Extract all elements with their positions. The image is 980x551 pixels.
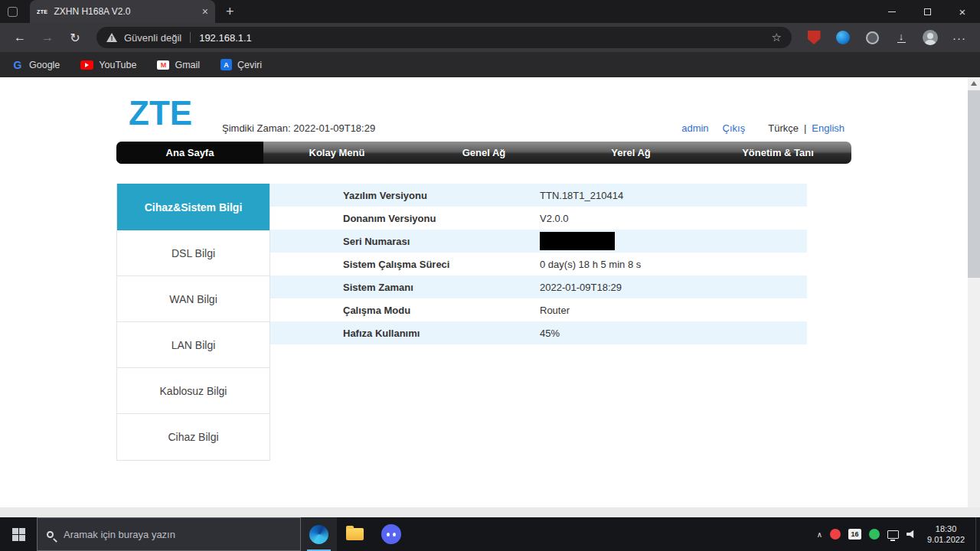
info-label: Sistem Çalışma Süreci: [270, 259, 540, 270]
info-label: Hafıza Kullanımı: [270, 328, 540, 339]
sidebar-item-wan-bilgi[interactable]: WAN Bilgi: [117, 276, 270, 322]
tray-chevron-icon[interactable]: ∧: [817, 530, 822, 539]
youtube-icon: [80, 60, 93, 70]
blue-circle-icon: [836, 31, 850, 44]
close-window-button[interactable]: ×: [945, 0, 980, 23]
sidebar-item-lan-bilgi[interactable]: LAN Bilgi: [117, 322, 270, 368]
network-icon[interactable]: [887, 530, 899, 539]
misc-extension-icon[interactable]: [860, 26, 884, 49]
back-button[interactable]: ←: [6, 26, 34, 49]
nav-item-genel-ag[interactable]: Genel Ağ: [410, 142, 557, 164]
tray-discord-badge-icon[interactable]: [830, 529, 841, 540]
new-tab-button[interactable]: +: [226, 5, 234, 18]
tab-activity-icon[interactable]: [8, 7, 18, 17]
windows-logo-icon: [12, 528, 25, 541]
browser-toolbar: ← → ↻ ! Güvenli değil 192.168.1.1 ☆ ↓ ··…: [0, 23, 980, 52]
info-value: Router: [540, 305, 570, 316]
main-nav: Ana Sayfa Kolay Menü Genel Ağ Yerel Ağ Y…: [116, 142, 851, 164]
info-value: 0 day(s) 18 h 5 min 8 s: [540, 259, 641, 270]
language-current: Türkçe: [768, 122, 799, 134]
address-bar[interactable]: ! Güvenli değil 192.168.1.1 ☆: [96, 27, 792, 48]
bookmark-label: Çeviri: [237, 60, 262, 70]
logout-link[interactable]: Çıkış: [723, 122, 746, 134]
header-links: admin Çıkış Türkçe | English: [681, 122, 844, 134]
info-value: 45%: [540, 328, 560, 339]
nav-item-kolay-menu[interactable]: Kolay Menü: [263, 142, 410, 164]
up-triangle-icon: [971, 81, 977, 86]
nav-item-ana-sayfa[interactable]: Ana Sayfa: [116, 142, 263, 164]
maximize-button[interactable]: [910, 0, 945, 23]
table-row: Yazılım Versiyonu TTN.18T1_210414: [270, 184, 807, 207]
scrollbar-up-arrow[interactable]: [968, 77, 980, 90]
volume-icon[interactable]: [906, 530, 916, 539]
bookmark-gmail[interactable]: M Gmail: [157, 60, 200, 70]
tray-antivirus-icon[interactable]: [869, 529, 880, 540]
start-button[interactable]: [0, 517, 37, 551]
edge-icon: [309, 525, 328, 544]
info-value: 2022-01-09T18:29: [540, 282, 622, 293]
bookmark-youtube[interactable]: YouTube: [80, 60, 136, 70]
sidebar: Cihaz&Sistem Bilgi DSL Bilgi WAN Bilgi L…: [116, 184, 270, 461]
taskbar-discord-icon[interactable]: [373, 517, 409, 551]
language-english-link[interactable]: English: [812, 122, 844, 134]
tab-close-icon[interactable]: ×: [202, 5, 208, 18]
zte-favicon: ZTE: [37, 9, 47, 15]
table-row: Sistem Çalışma Süreci 0 day(s) 18 h 5 mi…: [270, 253, 807, 276]
translate-icon: A: [220, 59, 232, 70]
address-separator: [190, 32, 191, 43]
bookmark-label: Gmail: [175, 60, 200, 70]
ublock-extension-icon[interactable]: [802, 26, 826, 49]
forward-button[interactable]: →: [34, 26, 61, 49]
reload-button[interactable]: ↻: [61, 26, 89, 49]
info-label: Çalışma Modu: [270, 305, 540, 316]
current-time: Şimdiki Zaman: 2022-01-09T18:29: [222, 122, 375, 134]
download-tray-line: [897, 42, 906, 44]
blue-extension-icon[interactable]: [831, 26, 855, 49]
table-row: Hafıza Kullanımı 45%: [270, 321, 807, 344]
taskbar: ∧ 16 18:30 9.01.2022: [0, 517, 980, 551]
taskbar-clock[interactable]: 18:30 9.01.2022: [927, 523, 965, 545]
minimize-button[interactable]: [874, 0, 910, 23]
browser-titlebar: ZTE ZXHN H168A V2.0 × + ×: [0, 0, 980, 23]
downloads-button[interactable]: ↓: [889, 26, 913, 49]
system-tray: ∧ 16 18:30 9.01.2022: [817, 517, 980, 551]
minimize-icon: [888, 11, 896, 12]
taskbar-edge-icon[interactable]: [301, 517, 337, 551]
info-value: TTN.18T1_210414: [540, 190, 623, 201]
search-input[interactable]: [62, 528, 291, 541]
shield-icon: [808, 31, 821, 44]
nav-item-yerel-ag[interactable]: Yerel Ağ: [557, 142, 704, 164]
bookmark-translate[interactable]: A Çeviri: [220, 59, 262, 70]
show-desktop-button[interactable]: [975, 517, 980, 551]
sidebar-item-kablosuz-bilgi[interactable]: Kablosuz Bilgi: [117, 368, 270, 414]
url-text: 192.168.1.1: [199, 32, 771, 44]
taskbar-explorer-icon[interactable]: [337, 517, 373, 551]
taskbar-search[interactable]: [37, 517, 301, 551]
profile-avatar[interactable]: [918, 26, 942, 49]
browser-menu-button[interactable]: ···: [947, 26, 972, 49]
download-arrow-icon: ↓: [899, 32, 904, 41]
language-separator: |: [804, 122, 806, 134]
favorite-star-icon[interactable]: ☆: [772, 31, 782, 44]
bookmark-label: YouTube: [99, 60, 136, 70]
redacted-serial-number: [540, 232, 615, 250]
maximize-icon: [924, 8, 931, 15]
scrollbar-thumb[interactable]: [968, 90, 980, 278]
discord-icon: [381, 524, 401, 544]
browser-tab[interactable]: ZTE ZXHN H168A V2.0 ×: [30, 0, 215, 23]
info-label: Sistem Zamanı: [270, 282, 540, 293]
circle-icon: [866, 31, 879, 44]
page-scrollbar[interactable]: [968, 77, 980, 507]
admin-link[interactable]: admin: [681, 122, 708, 134]
info-label: Donanım Versiyonu: [270, 213, 540, 224]
bookmark-google[interactable]: G Google: [11, 59, 60, 71]
bookmark-label: Google: [29, 60, 60, 70]
window-controls: ×: [874, 0, 980, 23]
bookmarks-bar: G Google YouTube M Gmail A Çeviri: [0, 52, 980, 77]
sidebar-item-cihaz-sistem-bilgi[interactable]: Cihaz&Sistem Bilgi: [117, 184, 270, 230]
nav-item-yonetim-tani[interactable]: Yönetim & Tanı: [704, 142, 851, 164]
tray-badge-16[interactable]: 16: [848, 529, 861, 540]
sidebar-item-cihaz-bilgi[interactable]: Cihaz Bilgi: [117, 414, 270, 460]
table-row: Seri Numarası: [270, 230, 807, 253]
sidebar-item-dsl-bilgi[interactable]: DSL Bilgi: [117, 230, 270, 276]
